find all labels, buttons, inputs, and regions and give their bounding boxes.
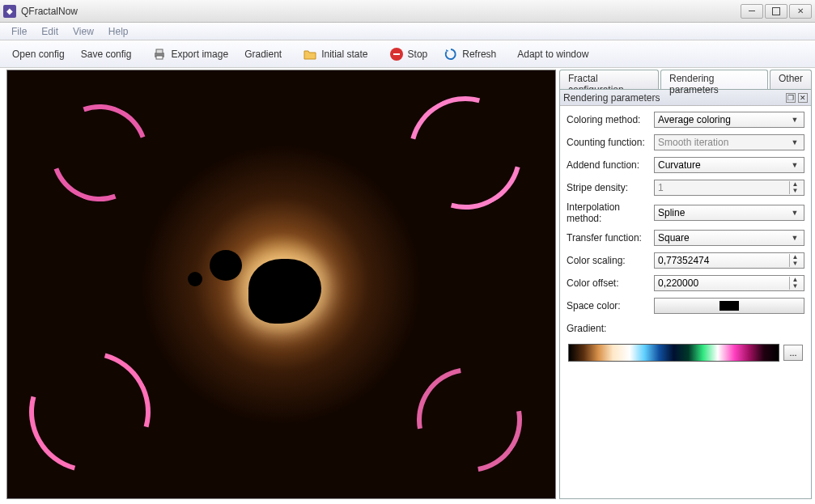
menu-edit[interactable]: Edit: [35, 24, 65, 39]
refresh-button[interactable]: Refresh: [436, 43, 503, 66]
color-scaling-spinner[interactable]: 0,77352474 ▲▼: [654, 252, 804, 269]
chevron-down-icon: ▼: [789, 116, 800, 124]
color-swatch: [719, 301, 739, 311]
panel-float-icon[interactable]: ❐: [786, 93, 796, 103]
label-addend-function: Addend function:: [567, 159, 654, 171]
chevron-down-icon: ▼: [789, 161, 800, 169]
window-title: QFractalNow: [21, 6, 739, 17]
label-stripe-density: Stripe density:: [567, 182, 654, 193]
tab-rendering-parameters[interactable]: Rendering parameters: [660, 70, 768, 89]
menu-file[interactable]: File: [5, 24, 33, 39]
menu-help[interactable]: Help: [102, 24, 135, 39]
tab-fractal-configuration[interactable]: Fractal configuration: [559, 70, 659, 89]
close-button[interactable]: [789, 4, 812, 19]
save-config-button[interactable]: Save config: [74, 44, 139, 64]
addend-function-combo[interactable]: Curvature▼: [654, 157, 804, 173]
fractal-mandelbrot-bulb: [188, 272, 202, 286]
parameters-form: Coloring method: Average coloring▼ Count…: [560, 106, 811, 366]
folder-icon: [303, 47, 317, 61]
label-color-scaling: Color scaling:: [567, 255, 654, 266]
tab-other[interactable]: Other: [770, 70, 812, 89]
label-color-offset: Color offset:: [567, 277, 654, 289]
minimize-button[interactable]: [741, 4, 763, 19]
svg-rect-2: [156, 56, 163, 59]
coloring-method-combo[interactable]: Average coloring▼: [654, 112, 804, 128]
spinner-down-icon[interactable]: ▼: [789, 283, 800, 290]
label-counting-function: Counting function:: [567, 137, 654, 148]
export-image-button[interactable]: Export image: [145, 43, 236, 66]
svg-rect-1: [156, 49, 163, 53]
main-area: Fractal configuration Rendering paramete…: [0, 68, 815, 504]
label-interpolation-method: Interpolation method:: [567, 201, 654, 224]
transfer-function-combo[interactable]: Square▼: [654, 230, 804, 246]
rendering-parameters-panel: Rendering parameters ❐ ✕ Coloring method…: [559, 89, 812, 499]
chevron-down-icon: ▼: [789, 138, 800, 146]
printer-icon: [152, 47, 167, 61]
svg-rect-4: [393, 53, 400, 55]
adapt-to-window-button[interactable]: Adapt to window: [510, 44, 596, 64]
spinner-down-icon: ▼: [789, 188, 800, 194]
label-transfer-function: Transfer function:: [567, 232, 654, 244]
space-color-button[interactable]: [654, 298, 804, 314]
fractal-viewport-container: [0, 68, 556, 504]
chevron-down-icon: ▼: [789, 234, 800, 242]
toolbar: Open config Save config Export image Gra…: [0, 40, 815, 68]
side-panel: Fractal configuration Rendering paramete…: [556, 68, 815, 504]
stripe-density-spinner: 1 ▲▼: [654, 180, 804, 196]
interpolation-method-combo[interactable]: Spline▼: [654, 205, 804, 221]
gradient-button[interactable]: Gradient: [237, 44, 289, 64]
gradient-edit-button[interactable]: ...: [783, 345, 803, 361]
maximize-button[interactable]: [765, 4, 787, 19]
panel-close-icon[interactable]: ✕: [798, 93, 808, 103]
counting-function-combo: Smooth iteration▼: [654, 134, 804, 150]
spinner-down-icon[interactable]: ▼: [789, 260, 800, 267]
chevron-down-icon: ▼: [789, 209, 800, 217]
label-gradient: Gradient:: [567, 323, 654, 334]
app-icon: ◆: [3, 5, 16, 18]
menubar: File Edit View Help: [0, 23, 815, 40]
initial-state-button[interactable]: Initial state: [295, 43, 375, 66]
fractal-viewport[interactable]: [6, 70, 556, 499]
label-coloring-method: Coloring method:: [567, 114, 654, 125]
stop-button[interactable]: Stop: [382, 43, 435, 66]
stop-icon: [389, 47, 404, 61]
gradient-preview[interactable]: [568, 344, 779, 362]
color-offset-spinner[interactable]: 0,220000 ▲▼: [654, 275, 804, 291]
tab-bar: Fractal configuration Rendering paramete…: [559, 70, 812, 89]
titlebar: ◆ QFractalNow: [0, 0, 815, 23]
open-config-button[interactable]: Open config: [5, 44, 72, 64]
menu-view[interactable]: View: [66, 24, 100, 39]
label-space-color: Space color:: [567, 300, 654, 311]
refresh-icon: [444, 47, 458, 61]
